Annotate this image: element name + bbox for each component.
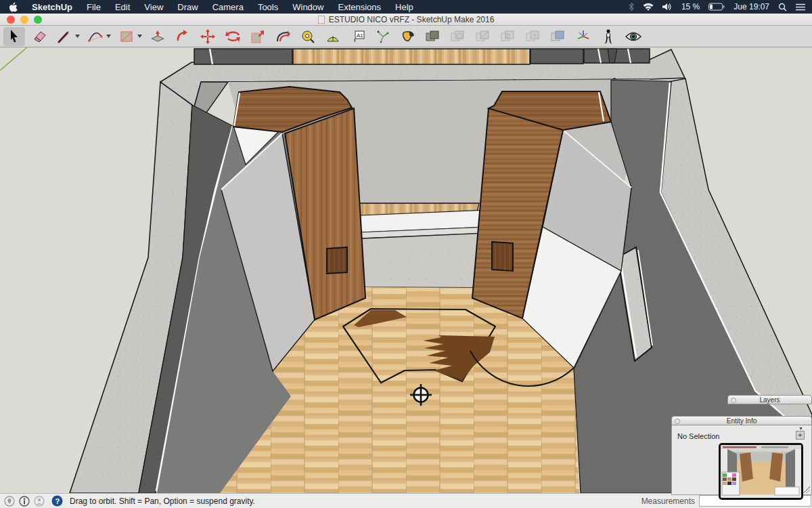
status-hint: Drag to orbit. Shift = Pan, Option = sus… bbox=[70, 496, 255, 506]
menu-help[interactable]: Help bbox=[395, 2, 413, 12]
axes-tool[interactable] bbox=[372, 27, 394, 46]
component-tool-2[interactable] bbox=[447, 27, 469, 46]
scale-tool[interactable] bbox=[247, 27, 269, 46]
bluetooth-icon[interactable] bbox=[629, 3, 634, 11]
document-icon bbox=[318, 16, 325, 24]
spotlight-icon[interactable] bbox=[778, 3, 787, 12]
layers-panel[interactable]: Layers bbox=[727, 395, 812, 404]
layers-close-button[interactable] bbox=[731, 398, 736, 403]
rectangle-tool[interactable] bbox=[116, 27, 137, 46]
menu-draw[interactable]: Draw bbox=[177, 2, 198, 12]
menu-edit[interactable]: Edit bbox=[115, 2, 130, 12]
tape-measure-tool[interactable] bbox=[297, 27, 319, 46]
model-preview-thumbnail bbox=[719, 443, 803, 500]
status-bar: ? Drag to orbit. Shift = Pan, Option = s… bbox=[0, 493, 812, 508]
menu-app-name[interactable]: SketchUp bbox=[32, 2, 72, 12]
component-tool-5[interactable] bbox=[522, 27, 544, 46]
credits-icon[interactable] bbox=[19, 496, 30, 507]
apple-menu[interactable] bbox=[9, 2, 18, 12]
entity-info-collapse-arrow[interactable]: ▼ bbox=[798, 426, 803, 431]
volume-icon[interactable] bbox=[662, 3, 673, 11]
entity-info-add-button[interactable]: + bbox=[796, 431, 805, 440]
rotate-tool[interactable] bbox=[222, 27, 244, 46]
menu-tools[interactable]: Tools bbox=[258, 2, 278, 12]
look-around-tool[interactable] bbox=[623, 27, 644, 46]
follow-me-tool[interactable] bbox=[172, 27, 194, 46]
line-tool[interactable] bbox=[53, 27, 75, 46]
component-tool-3[interactable] bbox=[472, 27, 494, 46]
wifi-icon[interactable] bbox=[643, 3, 654, 11]
component-tool-6[interactable] bbox=[547, 27, 569, 46]
svg-text:A1: A1 bbox=[357, 33, 363, 39]
notification-center-icon[interactable] bbox=[796, 3, 805, 11]
push-pull-tool[interactable] bbox=[147, 27, 168, 46]
menu-camera[interactable]: Camera bbox=[212, 2, 244, 12]
text-tool[interactable]: A1 bbox=[347, 27, 369, 46]
measurements-label: Measurements bbox=[641, 496, 695, 506]
select-tool[interactable] bbox=[3, 27, 25, 46]
window-title: ESTUDIO NICO vRFZ - SketchUp Make 2016 bbox=[0, 15, 812, 24]
sketchup-window: SketchUp File Edit View Draw Camera Tool… bbox=[0, 0, 812, 508]
menu-bar: SketchUp File Edit View Draw Camera Tool… bbox=[0, 0, 812, 14]
menu-window[interactable]: Window bbox=[292, 2, 323, 12]
entity-info-panel-title[interactable]: Entity Info bbox=[671, 416, 812, 425]
component-tool-4[interactable] bbox=[497, 27, 519, 46]
tool-palette: A1 bbox=[0, 26, 812, 47]
axes-display-tool[interactable] bbox=[572, 27, 594, 46]
help-icon[interactable]: ? bbox=[51, 495, 63, 507]
menu-clock: Jue 19:07 bbox=[734, 2, 769, 12]
rectangle-tool-dropdown[interactable] bbox=[137, 27, 143, 46]
protractor-tool[interactable] bbox=[322, 27, 344, 46]
entity-info-status: No Selection bbox=[677, 432, 719, 440]
entity-info-resize-grip[interactable] bbox=[803, 486, 810, 493]
menu-file[interactable]: File bbox=[87, 2, 101, 12]
walk-tool[interactable] bbox=[597, 27, 619, 46]
line-tool-dropdown[interactable] bbox=[75, 27, 81, 46]
component-make-tool[interactable] bbox=[422, 27, 444, 46]
offset-tool[interactable] bbox=[272, 27, 294, 46]
geolocation-icon[interactable] bbox=[4, 496, 15, 507]
window-title-bar: ESTUDIO NICO vRFZ - SketchUp Make 2016 bbox=[0, 14, 812, 26]
paint-bucket-tool[interactable] bbox=[397, 27, 419, 46]
eraser-tool[interactable] bbox=[28, 27, 50, 46]
entity-info-close-button[interactable] bbox=[675, 419, 680, 424]
user-icon[interactable] bbox=[34, 496, 45, 507]
menu-view[interactable]: View bbox=[144, 2, 163, 12]
arc-tool-dropdown[interactable] bbox=[106, 27, 112, 46]
battery-icon bbox=[708, 3, 725, 11]
move-tool[interactable] bbox=[197, 27, 219, 46]
menu-extensions[interactable]: Extensions bbox=[338, 2, 381, 12]
battery-percent: 15 % bbox=[681, 2, 700, 12]
svg-text:?: ? bbox=[55, 497, 60, 505]
arc-tool[interactable] bbox=[85, 27, 106, 46]
